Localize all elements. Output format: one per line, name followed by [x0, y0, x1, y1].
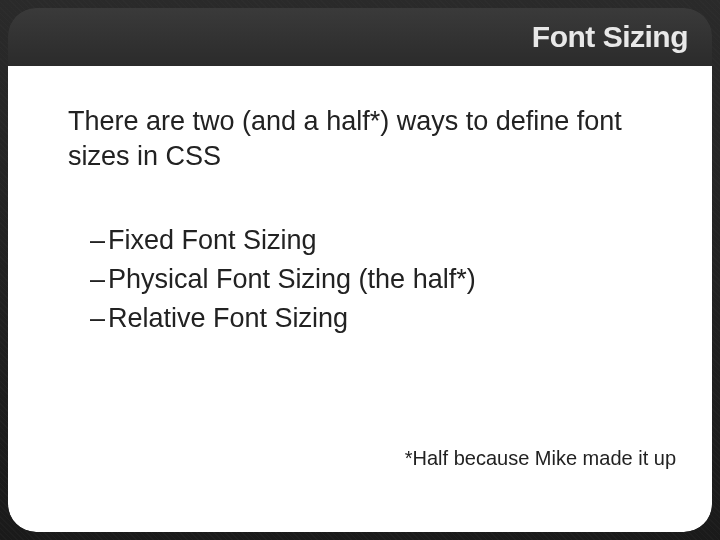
list-item: Physical Font Sizing (the half*)	[90, 260, 664, 299]
slide-title: Font Sizing	[532, 20, 688, 54]
list-item: Relative Font Sizing	[90, 299, 664, 338]
intro-text: There are two (and a half*) ways to defi…	[68, 104, 664, 173]
slide-stage: Font Sizing There are two (and a half*) …	[8, 8, 712, 532]
slide-content: There are two (and a half*) ways to defi…	[8, 66, 712, 532]
list-item: Fixed Font Sizing	[90, 221, 664, 260]
footnote: *Half because Mike made it up	[405, 447, 676, 470]
bullet-list: Fixed Font Sizing Physical Font Sizing (…	[68, 221, 664, 338]
title-bar: Font Sizing	[8, 8, 712, 66]
